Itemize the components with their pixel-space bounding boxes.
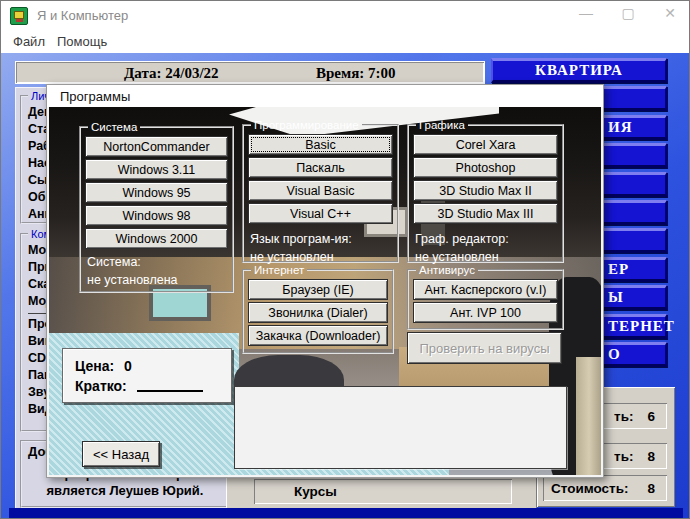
programming-button-visualbasic[interactable]: Visual Basic [248, 180, 393, 201]
brief-label: Кратко: [75, 376, 127, 396]
system-status-value: не установлена [87, 271, 228, 289]
internet-button-dialer[interactable]: Звонилка (Dialer) [248, 302, 388, 323]
photo-pillar [576, 357, 602, 477]
graphics-status-label: Граф. редактор: [415, 230, 558, 248]
system-group: Система NortonCommander Windows 3.11 Win… [79, 121, 234, 293]
internet-group: Интернет Браузер (IE) Звонилка (Dialer) … [242, 264, 394, 354]
programming-group: Программирование Basic Паскаль Visual Ba… [242, 119, 399, 263]
antivirus-group: Антивирус Ант. Касперского (v.I) Ант. IV… [407, 264, 564, 330]
cost-box: Стоимость: 8 [543, 475, 667, 501]
minimize-icon[interactable]: — [577, 5, 595, 21]
stat1-value: 6 [647, 409, 655, 424]
nav-button-1[interactable]: КВАРТИРА [491, 58, 667, 83]
internet-button-browser[interactable]: Браузер (IE) [248, 279, 388, 300]
app-window: Я и Компьютер — ▢ ✕ Файл Помощь Дата: 24… [0, 0, 690, 519]
internet-group-label: Интернет [251, 264, 307, 276]
graphics-button-photoshop[interactable]: Photoshop [413, 157, 558, 178]
dialog-body: Система NortonCommander Windows 3.11 Win… [47, 107, 603, 477]
back-button[interactable]: << Назад [82, 441, 160, 467]
price-label: Цена: [75, 356, 114, 376]
programming-button-basic[interactable]: Basic [248, 134, 393, 155]
system-button-windows98[interactable]: Windows 98 [85, 205, 228, 226]
close-icon[interactable]: ✕ [661, 5, 679, 21]
time-value: Время: 7:00 [316, 65, 396, 82]
programming-button-pascal[interactable]: Паскаль [248, 157, 393, 178]
bottom-strip [9, 508, 683, 518]
client-area: Дата: 24/03/22 Время: 7:00 Личн Ден Ста … [1, 53, 690, 519]
price-panel: Цена: 0 Кратко: [62, 348, 232, 403]
credits-line-2: является Леушев Юрий. [26, 482, 224, 499]
programming-status-label: Язык програм-ия: [250, 230, 393, 248]
date-value: Дата: 24/03/22 [124, 65, 219, 82]
system-button-windows95[interactable]: Windows 95 [85, 182, 228, 203]
app-icon [10, 7, 28, 25]
graphics-group-label: Графика [416, 119, 468, 131]
courses-box: Курсы [254, 479, 512, 504]
description-box [234, 386, 567, 469]
app-icon-base [16, 19, 23, 22]
menu-bar: Файл Помощь [1, 31, 689, 53]
system-button-windows2000[interactable]: Windows 2000 [85, 228, 228, 249]
courses-label: Курсы [294, 484, 337, 499]
antivirus-group-label: Антивирус [416, 264, 478, 276]
maximize-icon[interactable]: ▢ [619, 5, 637, 21]
stat1-label: ть: [614, 409, 633, 424]
graphics-button-3dstudiomax3[interactable]: 3D Studio Max III [413, 203, 558, 224]
graphics-group: Графика Corel Xara Photoshop 3D Studio M… [407, 119, 564, 263]
system-group-label: Система [88, 121, 140, 133]
graphics-button-corelxara[interactable]: Corel Xara [413, 134, 558, 155]
scan-viruses-button[interactable]: Проверить на вирусы [407, 332, 562, 364]
system-status-label: Система: [87, 253, 228, 271]
system-button-windows311[interactable]: Windows 3.11 [85, 159, 228, 180]
stat2-label: ть: [614, 449, 633, 464]
internet-button-downloader[interactable]: Закачка (Downloader) [248, 325, 388, 346]
date-time-bar: Дата: 24/03/22 Время: 7:00 [15, 61, 485, 84]
programming-button-visualcpp[interactable]: Visual C++ [248, 203, 393, 224]
antivirus-button-kaspersky[interactable]: Ант. Касперского (v.I) [413, 279, 558, 300]
graphics-button-3dstudiomax2[interactable]: 3D Studio Max II [413, 180, 558, 201]
dialog-title: Программы [60, 89, 130, 104]
programs-dialog: Программы Система No [46, 84, 604, 478]
app-icon-screen [14, 11, 24, 19]
window-title: Я и Компьютер [37, 8, 128, 23]
title-bar: Я и Компьютер — ▢ ✕ [1, 1, 689, 31]
stat2-value: 8 [647, 449, 655, 464]
programming-group-label: Программирование [251, 119, 362, 131]
system-button-nortoncommander[interactable]: NortonCommander [85, 136, 228, 157]
menu-item-help[interactable]: Помощь [57, 34, 107, 49]
cost-value: 8 [647, 481, 655, 496]
brief-dash-line [137, 390, 203, 392]
dialog-title-bar[interactable]: Программы [47, 85, 603, 107]
menu-item-file[interactable]: Файл [13, 34, 45, 49]
cost-label: Стоимость: [551, 481, 629, 496]
antivirus-button-ivp100[interactable]: Ант. IVP 100 [413, 302, 558, 323]
price-value: 0 [124, 356, 132, 376]
